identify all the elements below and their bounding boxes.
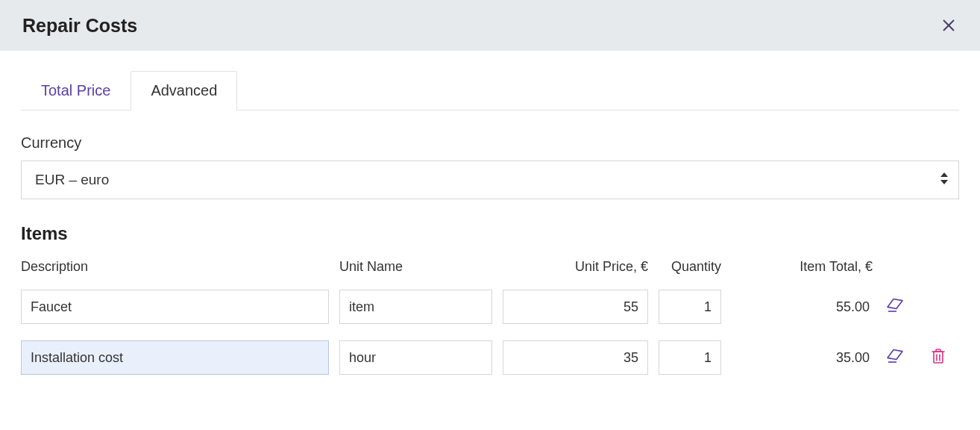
col-unit-name: Unit Name: [339, 259, 492, 287]
tab-advanced[interactable]: Advanced: [131, 71, 237, 110]
description-input[interactable]: [21, 290, 329, 324]
eraser-icon: [886, 348, 904, 367]
currency-label: Currency: [21, 134, 959, 152]
close-button[interactable]: [938, 15, 959, 36]
col-item-total: Item Total, €: [732, 259, 873, 287]
unit-name-input[interactable]: [339, 340, 492, 375]
trash-icon: [931, 348, 946, 367]
description-input[interactable]: [21, 340, 329, 375]
svg-rect-6: [934, 352, 943, 363]
unit-price-input[interactable]: [503, 290, 648, 324]
clear-row-button[interactable]: [883, 295, 907, 319]
col-description: Description: [21, 259, 329, 287]
dialog-header: Repair Costs: [0, 0, 980, 51]
tabs: Total Price Advanced: [21, 70, 959, 110]
delete-row-button[interactable]: [926, 346, 950, 370]
tab-total-price[interactable]: Total Price: [21, 71, 131, 110]
unit-name-input[interactable]: [339, 290, 492, 324]
quantity-input[interactable]: [659, 340, 721, 375]
close-icon: [942, 19, 955, 32]
row-spacer: [21, 375, 959, 391]
dialog-title: Repair Costs: [22, 15, 137, 37]
currency-select[interactable]: EUR – euro: [21, 161, 959, 199]
unit-price-input[interactable]: [503, 340, 648, 375]
quantity-input[interactable]: [659, 290, 721, 324]
col-unit-price: Unit Price, €: [503, 259, 648, 287]
item-total-value: 35.00: [732, 350, 873, 366]
items-heading: Items: [21, 223, 959, 244]
clear-row-button[interactable]: [883, 346, 907, 370]
col-quantity: Quantity: [659, 259, 721, 287]
items-table: Description Unit Name Unit Price, € Quan…: [21, 259, 959, 391]
delete-row-placeholder: [926, 295, 950, 319]
row-spacer: [21, 324, 959, 340]
item-total-value: 55.00: [732, 299, 873, 315]
dialog-body: Total Price Advanced Currency EUR – euro…: [0, 51, 980, 406]
currency-select-value: EUR – euro: [21, 161, 959, 199]
eraser-icon: [886, 297, 904, 317]
